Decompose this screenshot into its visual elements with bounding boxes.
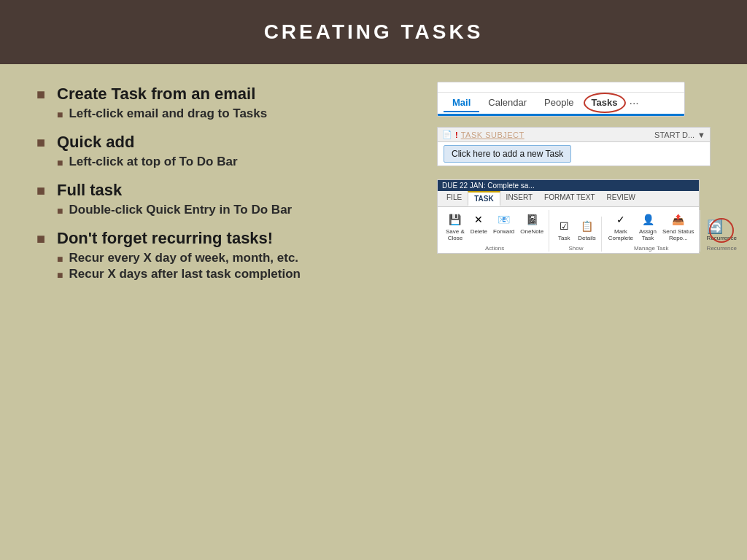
task-exclamation-icon: !: [455, 131, 458, 139]
main-bullet-recurring: ■ Don't forget recurring tasks!: [36, 229, 422, 248]
sub-icon-full-1: ■: [57, 205, 63, 217]
ribbon-btn-send-status[interactable]: 📤 Send StatusRepo...: [660, 210, 697, 243]
nav-tab-people[interactable]: People: [535, 94, 582, 112]
ribbon-tab-review[interactable]: REVIEW: [601, 191, 641, 206]
sub-bullet-create-1: ■ Left-click email and drag to Tasks: [57, 106, 422, 121]
ribbon-tab-file[interactable]: FILE: [441, 191, 468, 206]
ribbon-tab-row: FILE TASK INSERT FORMAT TEXT REVIEW: [438, 191, 699, 207]
sub-icon-recurring-2: ■: [57, 269, 63, 281]
assign-task-label: AssignTask: [639, 228, 657, 241]
bullet-icon-recurring: ■: [36, 230, 50, 247]
screenshot-ribbon: DUE 22 JAN: Complete sa... FILE TASK INS…: [437, 179, 700, 254]
save-close-icon: 💾: [447, 211, 463, 228]
forward-icon: 📧: [496, 211, 512, 228]
screenshot-nav-tabs: Mail Calendar People Tasks ···: [437, 82, 685, 117]
sub-text-full-1: Double-click Quick Entry in To Do Bar: [69, 203, 292, 217]
sub-bullets-create: ■ Left-click email and drag to Tasks: [57, 106, 422, 121]
ribbon-btn-save-close[interactable]: 💾 Save &Close: [444, 210, 467, 243]
nav-tabs-row: Mail Calendar People Tasks ···: [438, 93, 684, 114]
sections-right: Mail Calendar People Tasks ···: [437, 85, 711, 293]
bullet-icon-quick: ■: [36, 134, 50, 151]
section-recurring: ■ Don't forget recurring tasks! ■ Recur …: [36, 229, 422, 281]
ribbon-show-buttons: ☑ Task 📋 Details: [554, 217, 597, 243]
task-subject-label: TASK SUBJECT: [461, 131, 651, 139]
sub-icon-quick-1: ■: [57, 157, 63, 168]
main-bullet-create-task: ■ Create Task from an email: [36, 85, 422, 104]
section-create-task: ■ Create Task from an email ■ Left-click…: [36, 85, 422, 121]
nav-more-dots[interactable]: ···: [629, 97, 638, 110]
ribbon-tab-task[interactable]: TASK: [468, 191, 500, 206]
ribbon-btn-mark-complete[interactable]: ✓ MarkComplete: [606, 210, 635, 243]
ribbon-btn-task[interactable]: ☑ Task: [554, 217, 574, 243]
nav-top-bar: [438, 82, 684, 93]
ribbon-title-text: DUE 22 JAN: Complete sa...: [442, 182, 535, 190]
sub-bullet-recurring-2: ■ Recur X days after last task completio…: [57, 267, 422, 281]
sub-bullets-quick: ■ Left-click at top of To Do Bar: [57, 155, 422, 169]
ribbon-actions-buttons: 💾 Save &Close ✕ Delete 📧 Forward: [444, 210, 546, 243]
ribbon-group-recurrence: 🔄 Recurrence Recurrence: [702, 217, 742, 252]
ribbon-body: 💾 Save &Close ✕ Delete 📧 Forward: [438, 207, 699, 253]
task-filter-icon[interactable]: ▼: [697, 131, 705, 139]
sub-icon-recurring-1: ■: [57, 253, 63, 265]
main-bullet-text-recurring: Don't forget recurring tasks!: [57, 229, 273, 248]
ribbon-btn-assign-task[interactable]: 👤 AssignTask: [637, 210, 659, 243]
sub-bullet-full-1: ■ Double-click Quick Entry in To Do Bar: [57, 203, 422, 217]
sub-bullets-recurring: ■ Recur every X day of week, month, etc.…: [57, 251, 422, 281]
ribbon-group-show: ☑ Task 📋 Details Show: [551, 217, 601, 252]
sub-icon-create-1: ■: [57, 109, 63, 120]
main-bullet-full-task: ■ Full task: [36, 181, 422, 200]
ribbon-recurrence-label: Recurrence: [707, 244, 737, 252]
ribbon-btn-delete[interactable]: ✕ Delete: [468, 210, 489, 243]
onenote-icon: 📓: [524, 211, 540, 228]
assign-task-icon: 👤: [640, 211, 656, 228]
details-icon: 📋: [579, 218, 595, 234]
section-full-task: ■ Full task ■ Double-click Quick Entry i…: [36, 181, 422, 217]
nav-blue-underline: [438, 114, 684, 116]
forward-label: Forward: [493, 228, 514, 235]
task-click-box[interactable]: Click here to add a new Task: [444, 145, 571, 163]
nav-tab-calendar[interactable]: Calendar: [479, 94, 535, 112]
bullet-icon-create: ■: [36, 86, 50, 103]
section-quick-add: ■ Quick add ■ Left-click at top of To Do…: [36, 133, 422, 169]
sections-left: ■ Create Task from an email ■ Left-click…: [36, 85, 422, 293]
ribbon-recurrence-buttons: 🔄 Recurrence: [705, 217, 739, 243]
mark-complete-label: MarkComplete: [608, 228, 633, 241]
ribbon-title-bar: DUE 22 JAN: Complete sa...: [438, 180, 699, 191]
ribbon-btn-recurrence[interactable]: 🔄 Recurrence: [705, 217, 739, 243]
ribbon-manage-buttons: ✓ MarkComplete 👤 AssignTask 📤 Send Statu: [606, 210, 697, 243]
task-click-row: Click here to add a new Task: [438, 142, 710, 166]
slide-title: CREATING TASKS: [264, 20, 484, 43]
screenshot-task-bar: 📄 ! TASK SUBJECT START D... ▼ Click here…: [437, 127, 711, 166]
tasks-circle-highlight: [584, 93, 626, 113]
task-show-label: Task: [558, 235, 570, 241]
sub-text-recurring-1: Recur every X day of week, month, etc.: [69, 251, 298, 265]
save-close-label: Save &Close: [446, 228, 465, 241]
sub-text-quick-1: Left-click at top of To Do Bar: [69, 155, 237, 169]
task-header-row: 📄 ! TASK SUBJECT START D... ▼: [438, 128, 710, 142]
details-label: Details: [578, 235, 595, 241]
nav-tab-mail[interactable]: Mail: [444, 94, 479, 112]
slide-container: CREATING TASKS ■ Create Task from an ema…: [0, 0, 747, 560]
mark-complete-icon: ✓: [613, 211, 629, 228]
sub-text-recurring-2: Recur X days after last task completion: [69, 267, 300, 281]
bullet-icon-full: ■: [36, 182, 50, 199]
slide-header: CREATING TASKS: [0, 0, 747, 64]
onenote-label: OneNote: [520, 228, 543, 235]
sub-bullets-full: ■ Double-click Quick Entry in To Do Bar: [57, 203, 422, 217]
send-status-label: Send StatusRepo...: [662, 228, 694, 241]
ribbon-tab-insert[interactable]: INSERT: [500, 191, 539, 206]
main-bullet-text-quick: Quick add: [57, 133, 134, 152]
content-row: ■ Create Task from an email ■ Left-click…: [36, 85, 711, 293]
ribbon-btn-details[interactable]: 📋 Details: [576, 217, 597, 243]
ribbon-btn-onenote[interactable]: 📓 OneNote: [518, 210, 546, 243]
ribbon-btn-forward[interactable]: 📧 Forward: [491, 210, 516, 243]
nav-tab-tasks[interactable]: Tasks: [583, 94, 627, 112]
main-bullet-text-full: Full task: [57, 181, 122, 200]
task-doc-icon: 📄: [442, 130, 452, 139]
delete-icon: ✕: [471, 211, 487, 228]
ribbon-actions-label: Actions: [485, 244, 504, 252]
ribbon-show-label: Show: [569, 244, 584, 252]
recurrence-circle-highlight: [709, 218, 734, 243]
delete-label: Delete: [471, 228, 487, 235]
ribbon-tab-format[interactable]: FORMAT TEXT: [538, 191, 600, 206]
